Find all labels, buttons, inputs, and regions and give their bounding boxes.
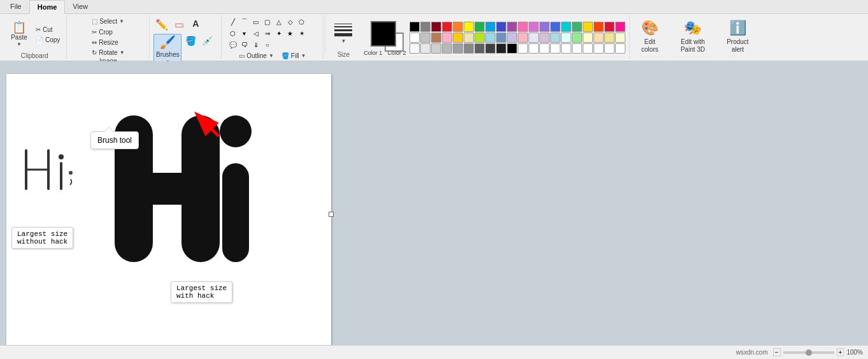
swatch-darkgray2[interactable] [485, 43, 495, 54]
swatch-white2[interactable] [409, 43, 420, 54]
swatch-gray4[interactable] [464, 43, 474, 54]
swatch-darkgray[interactable] [474, 43, 485, 54]
swatch-khaki[interactable] [604, 33, 615, 43]
swatch-lemon[interactable] [583, 33, 593, 43]
copy-button[interactable]: 📄 Copy [33, 35, 62, 45]
shape-rect[interactable]: ▭ [251, 17, 261, 27]
swatch-amber[interactable] [453, 33, 463, 43]
swatch-crimson[interactable] [604, 22, 615, 32]
shape-rtriangle[interactable]: ◁ [251, 28, 261, 38]
shape-diamond[interactable]: ◇ [285, 17, 295, 27]
swatch-lightblue2[interactable] [550, 33, 560, 43]
swatch-white7[interactable] [561, 43, 571, 54]
swatch-blue[interactable] [496, 22, 506, 32]
swatch-green[interactable] [474, 22, 485, 32]
tab-home[interactable]: Home [29, 0, 66, 14]
shape-star6[interactable]: ✶ [297, 28, 307, 38]
swatch-purple[interactable] [507, 22, 517, 32]
shape-callout1[interactable]: 💬 [228, 40, 238, 50]
swatch-white4[interactable] [529, 43, 539, 54]
swatch-lightgray[interactable] [420, 33, 430, 43]
swatch-yellow[interactable] [464, 22, 474, 32]
swatch-white[interactable] [409, 33, 420, 43]
swatch-white11[interactable] [604, 43, 615, 54]
picker-button[interactable]: 💉 [199, 34, 215, 48]
swatch-steelblue[interactable] [496, 33, 506, 43]
swatch-turquoise[interactable] [561, 22, 571, 32]
swatch-navajo[interactable] [594, 33, 604, 43]
swatch-lightblue[interactable] [485, 33, 495, 43]
swatch-nearblack[interactable] [496, 43, 506, 54]
swatch-darkred[interactable] [431, 22, 441, 32]
shape-star4[interactable]: ✦ [274, 28, 284, 38]
eraser-button[interactable]: ▭ [171, 17, 187, 33]
swatch-gray3[interactable] [453, 43, 463, 54]
swatch-lightgreen[interactable] [572, 33, 582, 43]
swatch-deeppink[interactable] [615, 22, 625, 32]
zoom-out-button[interactable]: − [773, 348, 781, 356]
swatch-white12[interactable] [615, 43, 625, 54]
shape-line1[interactable]: ╱ [228, 17, 238, 27]
swatch-white6[interactable] [550, 43, 560, 54]
handle-right[interactable] [329, 212, 334, 217]
fill-shape-button[interactable]: 🪣 Fill ▼ [279, 51, 309, 61]
shape-callout2[interactable]: 🗨 [239, 40, 250, 50]
swatch-lightpink2[interactable] [518, 33, 528, 43]
swatch-lavender2[interactable] [529, 33, 539, 43]
swatch-medgreen[interactable] [572, 22, 582, 32]
swatch-white10[interactable] [594, 43, 604, 54]
swatch-lightcyan[interactable] [561, 33, 571, 43]
text-button[interactable]: A [188, 17, 203, 31]
swatch-lavender[interactable] [507, 33, 517, 43]
swatch-thistle[interactable] [539, 33, 550, 43]
edit-paint3d-button[interactable]: 🎭 Edit with Paint 3D [672, 18, 713, 55]
shape-star5[interactable]: ★ [285, 28, 295, 38]
swatch-white3[interactable] [518, 43, 528, 54]
swatch-red[interactable] [442, 22, 452, 32]
swatch-brown[interactable] [431, 33, 441, 43]
swatch-gold[interactable] [583, 22, 593, 32]
swatch-orangered[interactable] [594, 22, 604, 32]
color1-box[interactable] [371, 21, 396, 47]
resize-button[interactable]: ⇔ Resize [89, 38, 127, 47]
rotate-button[interactable]: ↻ Rotate ▼ [89, 48, 127, 57]
tab-file[interactable]: File [3, 0, 29, 13]
shape-rarrow[interactable]: ⇒ [262, 28, 273, 38]
swatch-nearwhite[interactable] [420, 43, 430, 54]
cut-button[interactable]: ✂ Cut [33, 25, 62, 34]
swatch-white5[interactable] [539, 43, 550, 54]
shape-more[interactable]: ▾ [239, 28, 250, 38]
shape-roundrect[interactable]: ▢ [262, 17, 273, 27]
swatch-lightgray2[interactable] [431, 43, 441, 54]
swatch-white8[interactable] [572, 43, 582, 54]
fill-button[interactable]: 🪣 [183, 34, 198, 48]
edit-colors-button[interactable]: 🎨 Edit colors [632, 18, 667, 55]
swatch-black2[interactable] [507, 43, 517, 54]
swatch-lightpink[interactable] [442, 33, 452, 43]
swatch-black[interactable] [409, 22, 420, 32]
zoom-thumb[interactable] [806, 349, 812, 356]
select-button[interactable]: ⬚ Select ▼ [89, 17, 127, 26]
shape-line2[interactable]: ⌒ [239, 17, 250, 27]
tab-view[interactable]: View [65, 0, 96, 13]
swatch-cream[interactable] [464, 33, 474, 43]
swatch-orchid[interactable] [529, 22, 539, 32]
zoom-in-button[interactable]: + [837, 348, 844, 356]
size-button[interactable]: ▼ [329, 17, 357, 51]
pencil-button[interactable]: ✏️ [153, 17, 170, 33]
shape-pentagon[interactable]: ⬠ [297, 17, 307, 27]
swatch-lime[interactable] [474, 33, 485, 43]
outline-button[interactable]: ▭ Outline ▼ [236, 51, 276, 61]
shape-hexagon[interactable]: ⬡ [228, 28, 238, 38]
crop-button[interactable]: ✂ Crop [89, 27, 127, 37]
shape-ellipse[interactable]: ○ [262, 40, 273, 50]
paste-button[interactable]: 📋 Paste ▼ [6, 17, 32, 52]
shape-darrow[interactable]: ⇓ [251, 40, 261, 50]
swatch-orange[interactable] [453, 22, 463, 32]
swatch-gray[interactable] [420, 22, 430, 32]
swatch-gray2[interactable] [442, 43, 452, 54]
paint-canvas[interactable]: Largest sizewithout hack Largest sizewit… [6, 74, 331, 345]
swatch-lightgolden[interactable] [615, 33, 625, 43]
swatch-cyan[interactable] [485, 22, 495, 32]
zoom-slider[interactable] [783, 351, 834, 354]
